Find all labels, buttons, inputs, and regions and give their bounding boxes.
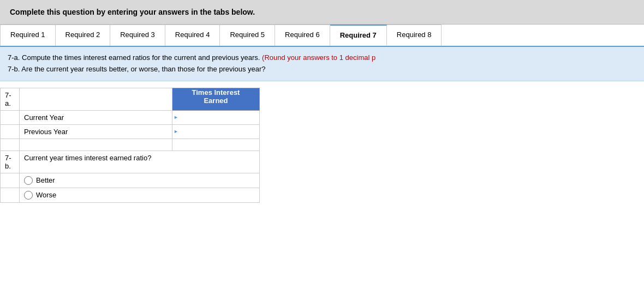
tab-required-6[interactable]: Required 6: [275, 25, 330, 46]
content-area: 7-a. Times Interest Earned Current Year …: [0, 81, 644, 203]
current-year-arrow: ►: [174, 115, 178, 120]
tab-required-1[interactable]: Required 1: [0, 25, 56, 46]
7a-row-label: 7-a.: [1, 88, 20, 110]
better-text: Better: [36, 176, 55, 184]
previous-year-row: Previous Year ►: [1, 124, 260, 139]
question-line1-prefix: 7-a. Compute the times interest earned r…: [8, 53, 262, 62]
question-header: 7-a. Compute the times interest earned r…: [0, 47, 644, 81]
instruction-bar: Complete this question by entering your …: [0, 0, 644, 25]
current-year-label: Current Year: [20, 110, 172, 124]
7b-question-text: Current year times interest earned ratio…: [24, 154, 151, 162]
current-year-row: Current Year ►: [1, 110, 260, 124]
previous-year-label: Previous Year: [20, 124, 172, 139]
better-label[interactable]: Better: [24, 176, 255, 185]
outer-table: 7-a. Times Interest Earned Current Year …: [0, 88, 260, 203]
7a-column-header: Times Interest Earned: [172, 88, 260, 110]
tab-required-4[interactable]: Required 4: [165, 25, 220, 46]
previous-year-input-cell: ►: [172, 124, 260, 139]
instruction-text: Complete this question by entering your …: [10, 8, 255, 16]
spacer-cell-3: [172, 139, 260, 150]
worse-text: Worse: [36, 191, 56, 199]
better-spacer: [1, 173, 20, 188]
previous-year-arrow: ►: [174, 129, 178, 134]
previous-year-input[interactable]: [172, 125, 259, 139]
tab-required-7[interactable]: Required 7: [330, 25, 387, 46]
tab-required-8[interactable]: Required 8: [387, 25, 442, 46]
7b-question-cell: Current year times interest earned ratio…: [20, 150, 260, 173]
spacer-row: [1, 139, 260, 150]
spacer-cell-2: [20, 139, 172, 150]
section-7a-header-row: 7-a. Times Interest Earned: [1, 88, 260, 110]
current-year-spacer: [1, 110, 20, 124]
worse-spacer: [1, 188, 20, 202]
better-cell: Better: [20, 173, 260, 188]
7b-row-label: 7-b.: [1, 150, 20, 173]
better-option-row: Better: [1, 173, 260, 188]
tab-required-5[interactable]: Required 5: [220, 25, 275, 46]
current-year-input[interactable]: [172, 111, 259, 124]
tabs-container: Required 1 Required 2 Required 3 Require…: [0, 25, 644, 47]
current-year-input-cell: ►: [172, 110, 260, 124]
worse-option-row: Worse: [1, 188, 260, 202]
question-line2: 7-b. Are the current year results better…: [8, 65, 266, 73]
better-radio[interactable]: [24, 176, 33, 185]
tab-required-3[interactable]: Required 3: [110, 25, 165, 46]
spacer-cell-1: [1, 139, 20, 150]
question-line1-red: (Round your answers to 1 decimal p: [262, 53, 375, 62]
section-7b-question-row: 7-b. Current year times interest earned …: [1, 150, 260, 173]
previous-year-spacer: [1, 124, 20, 139]
worse-label[interactable]: Worse: [24, 191, 255, 200]
7a-description-header: [20, 88, 172, 110]
worse-cell: Worse: [20, 188, 260, 202]
tab-required-2[interactable]: Required 2: [56, 25, 111, 46]
worse-radio[interactable]: [24, 191, 33, 200]
